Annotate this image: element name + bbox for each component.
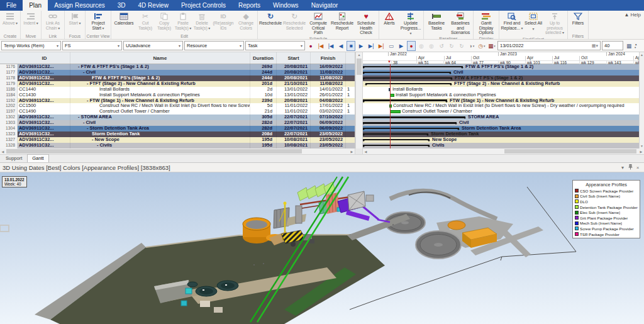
summary-bar[interactable] xyxy=(363,66,463,68)
focus-start-button[interactable]: Start xyxy=(65,11,84,27)
scroll-left-icon[interactable]: ◀ xyxy=(363,150,369,154)
stop-button[interactable]: ■ xyxy=(347,41,355,51)
menu-file[interactable]: File xyxy=(0,0,23,11)
table-row[interactable]: 1328ADV36911C32...- Civils195d10/08/2021… xyxy=(0,143,355,148)
column-header-name[interactable]: Name xyxy=(70,52,250,64)
gantt-row[interactable]: Storm Detention Tank xyxy=(363,131,639,137)
skip-to-end-button[interactable]: ▶| xyxy=(377,41,386,51)
scroll-left-icon[interactable]: ◀ xyxy=(0,150,6,154)
gantt-row[interactable]: New Scope xyxy=(363,137,639,143)
up-to-previous-selected-button[interactable]: Up to previous selected xyxy=(543,11,567,36)
summary-bar[interactable] xyxy=(365,83,452,85)
column-header-finish[interactable]: Finish xyxy=(311,52,346,64)
calendar-dropdown-icon[interactable]: ▦▾ xyxy=(592,43,598,48)
reschedule-button[interactable]: ↻ Reschedule xyxy=(258,11,282,26)
scroll-right-icon[interactable]: ▶ xyxy=(349,150,355,154)
play-range-button[interactable]: ▶ xyxy=(397,41,406,51)
select-all-button[interactable]: Select All xyxy=(524,11,543,32)
summary-bar[interactable] xyxy=(363,99,447,101)
baselines-scenarios-button[interactable]: Baselines and Scenarios xyxy=(448,11,472,36)
pane-collapse-button[interactable]: ▾ xyxy=(619,165,626,170)
scroll-right-icon[interactable]: ▶ xyxy=(638,150,644,154)
gantt-body[interactable]: FTW & FTFT PS's (Stage 1 & 2) Civil FTW … xyxy=(363,64,639,148)
week-spinner[interactable]: ▲▾ xyxy=(635,43,637,49)
menu-reports[interactable]: Reports xyxy=(232,0,267,11)
scrollbar-thumb[interactable] xyxy=(357,59,362,75)
summary-bar[interactable] xyxy=(363,122,457,124)
first-frame-button[interactable]: ◎ xyxy=(417,41,426,51)
gantt-display-options-button[interactable]: Gantt Display Options xyxy=(474,11,498,36)
record-button[interactable]: ● xyxy=(306,41,315,51)
skip-to-start-button[interactable]: |◀ xyxy=(316,41,325,51)
task-bar[interactable] xyxy=(390,94,394,97)
gantt-row[interactable]: FTW & FTFT PS's (Stage 1 & 2) xyxy=(363,64,639,70)
project-start-button[interactable]: Project Start xyxy=(86,11,110,31)
column-header-duration[interactable]: Duration xyxy=(250,52,277,64)
delete-button[interactable]: Delete Task(s) xyxy=(192,11,211,31)
redo-button[interactable]: ↻ xyxy=(447,41,456,51)
tab-support[interactable]: Support xyxy=(1,155,26,162)
summary-bar[interactable] xyxy=(363,77,452,79)
help-menu[interactable]: ▲ Help xyxy=(624,12,641,18)
week-calendar-icon[interactable]: ▦ xyxy=(625,41,633,51)
scroll-up-icon[interactable]: ▲ xyxy=(358,52,361,57)
last-frame-button[interactable]: ◎ xyxy=(427,41,436,51)
reassign-ids-button[interactable]: ID (Re)assign IDs xyxy=(211,11,235,31)
play-reverse-button[interactable]: ◀ xyxy=(336,41,345,51)
scrollbar-thumb[interactable] xyxy=(504,149,636,154)
update-progress-button[interactable]: Update Progress... xyxy=(399,11,423,37)
schedule-health-check-button[interactable]: ♥ Schedule Health Check xyxy=(354,11,378,36)
tab-gantt[interactable]: Gantt xyxy=(27,154,48,162)
column-header-start[interactable]: Start xyxy=(277,52,311,64)
gantt-horizontal-scrollbar[interactable]: ◀ ▶ xyxy=(363,148,644,154)
menu-plan[interactable]: Plan xyxy=(23,0,48,11)
gantt-timescale[interactable]: Jan 2022 Jan 2023 Jan 2024 Apr Jul Oct A… xyxy=(363,52,639,64)
export-frame-button[interactable]: ▦▾ xyxy=(487,41,496,51)
table-vertical-scrollbar[interactable]: ▲ xyxy=(355,52,363,148)
scrollbar-thumb[interactable] xyxy=(6,149,302,154)
task-mode-combo[interactable]: Task▾ xyxy=(245,41,305,50)
menu-3d[interactable]: 3D xyxy=(111,0,132,11)
column-header-id[interactable]: ID xyxy=(18,52,70,64)
step-back-button[interactable]: |◀ xyxy=(326,41,335,51)
scroll-down-icon[interactable]: ▼ xyxy=(640,143,643,148)
pane-close-button[interactable]: × xyxy=(634,165,641,170)
link-type-combo[interactable]: FS▾ xyxy=(62,41,122,50)
menu-project-controls[interactable]: Project Controls xyxy=(175,0,232,11)
play-button[interactable]: ▶ xyxy=(357,41,365,51)
table-horizontal-scrollbar[interactable]: ◀ ▶ xyxy=(0,148,355,154)
summary-bar[interactable] xyxy=(363,128,459,130)
indent-button[interactable]: Indent xyxy=(21,11,40,27)
gantt-row[interactable]: Construct Outlet Tower / Chamber xyxy=(363,109,639,115)
pane-pin-button[interactable] xyxy=(626,164,634,171)
calendars-button[interactable]: Calendars xyxy=(112,11,136,26)
compute-critical-path-button[interactable]: Compute Critical Path xyxy=(306,11,330,36)
task-bar[interactable] xyxy=(390,110,401,113)
summary-bar[interactable] xyxy=(363,116,465,118)
scroll-up-icon[interactable]: ▲ xyxy=(640,52,643,57)
summary-bar[interactable] xyxy=(363,133,428,135)
find-and-replace-button[interactable]: Find and Replace... xyxy=(500,11,524,31)
summary-bar[interactable] xyxy=(363,72,451,74)
record-active-button[interactable]: ● xyxy=(407,41,416,51)
link-as-chain-button[interactable]: Link As Chain xyxy=(42,11,64,31)
filters-button[interactable]: Filters xyxy=(569,11,587,26)
alerts-button[interactable]: Alerts xyxy=(380,11,399,26)
paste-button[interactable]: Paste Task(s) xyxy=(174,11,192,31)
menu-navigator[interactable]: Navigator xyxy=(305,0,345,11)
menu-assign-resources[interactable]: Assign Resources xyxy=(48,0,111,11)
step-forward-button[interactable]: ▶| xyxy=(367,41,375,51)
3d-viewport[interactable]: 13.01.2022 Week: 40 Appearance Profiles … xyxy=(0,172,644,324)
gantt-row[interactable]: Civils xyxy=(363,143,639,148)
menu-windows[interactable]: Windows xyxy=(267,0,305,11)
speed-gauge-button[interactable]: ◷▾ xyxy=(477,41,486,51)
reschedule-selected-button[interactable]: ↻ Reschedule Selected xyxy=(282,11,306,31)
cut-button[interactable]: ✂ Cut Task(s) xyxy=(136,11,155,31)
menu-4d-review[interactable]: 4D Review xyxy=(132,0,175,11)
current-date-input[interactable]: 13/01/2022▦▾ xyxy=(497,41,601,50)
summary-bar[interactable] xyxy=(363,139,430,141)
reschedule-report-button[interactable]: Reschedule Report xyxy=(330,11,354,31)
summary-bar[interactable] xyxy=(363,145,430,147)
gantt-row[interactable]: Storm Detention Tank Area xyxy=(363,126,639,131)
repeat-button[interactable]: ↻ xyxy=(457,41,466,51)
